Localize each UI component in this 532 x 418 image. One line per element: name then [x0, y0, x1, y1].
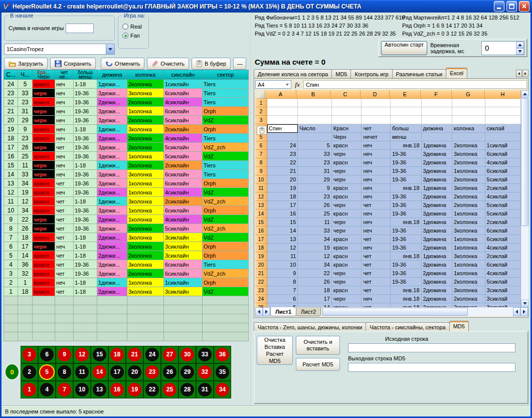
roulette-number-35[interactable]: 35	[214, 363, 231, 381]
excel-col-header-F[interactable]: F	[421, 90, 452, 99]
excel-cell[interactable]: 2сиклай	[485, 252, 521, 261]
excel-cell[interactable]: черн	[332, 167, 362, 175]
excel-cell[interactable]: янв.18	[391, 252, 422, 261]
excel-row-header-15[interactable]: 15	[255, 218, 267, 227]
roulette-number-32[interactable]: 32	[196, 363, 214, 381]
excel-row-header-24[interactable]: 24	[255, 295, 267, 303]
excel-cell[interactable]: 23	[267, 150, 298, 158]
roulette-number-12[interactable]: 12	[73, 346, 91, 363]
roulette-number-20[interactable]: 20	[126, 363, 143, 381]
excel-cell[interactable]: колонка	[452, 124, 485, 133]
excel-cell[interactable]: неч	[362, 175, 391, 184]
scroll-up-button[interactable]	[521, 90, 528, 98]
bottom-tab-1[interactable]: Частота - сикслайны, сектора	[366, 322, 449, 331]
sheet-tab-1[interactable]: Лист2	[296, 307, 321, 316]
hscroll-track[interactable]	[468, 307, 513, 316]
tab-scroll-right-button[interactable]	[522, 70, 528, 77]
excel-cell[interactable]: черн	[332, 278, 362, 286]
excel-cell[interactable]: неч	[362, 244, 391, 252]
excel-row-header-3[interactable]: 3	[255, 116, 267, 124]
calc-md5-button[interactable]: Расчет MD5	[296, 358, 340, 371]
minimize-button[interactable]	[494, 1, 504, 12]
roulette-number-19[interactable]: 19	[126, 381, 143, 398]
excel-col-header-H[interactable]: H	[485, 90, 521, 99]
spin-row[interactable]: 1219красннеч19-362дюжи...1колонка4сиклай…	[4, 188, 249, 197]
spin-row[interactable]: 1823красннеч19-362дюжи...2колонка4сиклай…	[4, 134, 249, 143]
excel-cell[interactable]	[362, 99, 391, 107]
excel-cell[interactable]: неч	[362, 295, 391, 303]
excel-cell[interactable]	[485, 99, 521, 107]
excel-cell[interactable]: 17	[267, 201, 298, 210]
roulette-number-21[interactable]: 21	[126, 346, 143, 363]
excel-cell[interactable]: 3колонка	[452, 286, 485, 295]
excel-col-header-B[interactable]: B	[296, 90, 330, 99]
excel-formula-input[interactable]: Спин	[303, 80, 527, 89]
tab-0[interactable]: Деление колеса на сектора	[254, 69, 332, 78]
excel-cell[interactable]: 1дюжина	[422, 218, 453, 227]
excel-cell[interactable]: 2колонка	[452, 141, 485, 150]
spin-row[interactable]: 436краснчет19-363дюжи...3колонка6сиклайн…	[4, 260, 249, 269]
excel-cell[interactable]: 19-36	[391, 210, 422, 218]
spin-row[interactable]: 2131черннеч19-363дюжи...1колонка6сиклайн…	[4, 107, 249, 116]
tab-2[interactable]: Контроль игр	[350, 69, 392, 78]
excel-cell[interactable]: 3дюжина	[422, 150, 453, 158]
excel-cell[interactable]: 11	[298, 218, 331, 227]
excel-cell[interactable]: 2дюжина	[422, 192, 453, 201]
excel-cell[interactable]: 3сиклай	[485, 303, 521, 307]
excel-cell[interactable]: 18	[298, 286, 331, 295]
excel-row-header-17[interactable]: 17	[255, 235, 267, 244]
excel-cell[interactable]	[298, 133, 331, 141]
roulette-number-5[interactable]: 5	[38, 363, 56, 381]
excel-cell[interactable]: красн	[332, 286, 362, 295]
roulette-zero-cell[interactable]: 0	[4, 346, 21, 398]
excel-cell[interactable]: 3дюжина	[422, 201, 453, 210]
excel-cell[interactable]: янв.18	[391, 141, 422, 150]
output-string-input[interactable]	[348, 363, 515, 372]
spin-row[interactable]: 1112краснчет1-181дюжи...3колонка2сиклайн…	[4, 197, 249, 206]
excel-cell[interactable]: 2дюжина	[422, 244, 453, 252]
roulette-number-30[interactable]: 30	[179, 346, 196, 363]
excel-cell[interactable]: 19-36	[391, 269, 422, 278]
excel-cell[interactable]	[267, 99, 298, 107]
excel-cell[interactable]: янв.18	[391, 295, 422, 303]
roulette-number-15[interactable]: 15	[91, 346, 108, 363]
excel-cell[interactable]: 2сиклай	[485, 218, 521, 227]
excel-cell[interactable]: дюжина	[422, 124, 453, 133]
roulette-number-27[interactable]: 27	[161, 346, 179, 363]
excel-cell[interactable]: Красн	[332, 124, 362, 133]
roulette-number-18[interactable]: 18	[108, 346, 126, 363]
excel-cell[interactable]: чет	[362, 261, 391, 269]
excel-cell[interactable]: 2сиклай	[485, 184, 521, 192]
excel-cell[interactable]: 1колонка	[452, 210, 485, 218]
excel-cell[interactable]: 3дюжина	[422, 175, 453, 184]
roulette-number-34[interactable]: 34	[214, 381, 231, 398]
excel-select-all[interactable]	[255, 90, 265, 99]
excel-cell[interactable]: 19-36	[391, 244, 422, 252]
spin-row[interactable]: 1334краснчет19-363дюжи...1колонка6сиклай…	[4, 179, 249, 188]
excel-cell[interactable]: 3колонка	[452, 227, 485, 235]
excel-cell[interactable]: 5сиклай	[485, 175, 521, 184]
excel-cell[interactable]: 2дюжина	[422, 158, 453, 167]
spin-row[interactable]: 617черннеч1-182дюжи...2колонка3сиклайнOr…	[4, 242, 249, 251]
excel-cell[interactable]: 23	[298, 158, 331, 167]
excel-cell[interactable]: неч	[362, 167, 391, 175]
excel-cell[interactable]	[391, 116, 422, 124]
excel-cell[interactable]: 2колонка	[452, 303, 485, 307]
excel-cell[interactable]	[332, 116, 362, 124]
excel-row-header-1[interactable]: 1	[255, 99, 267, 107]
scrollbar-thumb[interactable]	[521, 98, 528, 226]
hscroll-left-button[interactable]	[513, 307, 520, 316]
roulette-number-28[interactable]: 28	[179, 381, 196, 398]
radio-option-Real[interactable]: Real	[122, 22, 142, 31]
excel-cell[interactable]: чет	[362, 303, 391, 307]
excel-cell[interactable]: янв.18	[391, 286, 422, 295]
excel-cell[interactable]: янв.18	[391, 184, 422, 192]
roulette-number-13[interactable]: 13	[91, 381, 108, 398]
excel-cell[interactable]	[267, 107, 298, 116]
excel-row-header-9[interactable]: 9	[255, 167, 267, 175]
excel-cell[interactable]: 19	[267, 184, 298, 192]
load-button[interactable]: Загрузить	[4, 58, 48, 70]
excel-cell[interactable]: красн	[332, 303, 362, 307]
spin-row[interactable]: 2333черннеч19-363дюжи...3колонка6сиклайн…	[4, 89, 249, 98]
spin-row[interactable]: 1511черннеч1-181дюжи...2колонка2сиклайнT…	[4, 161, 249, 170]
